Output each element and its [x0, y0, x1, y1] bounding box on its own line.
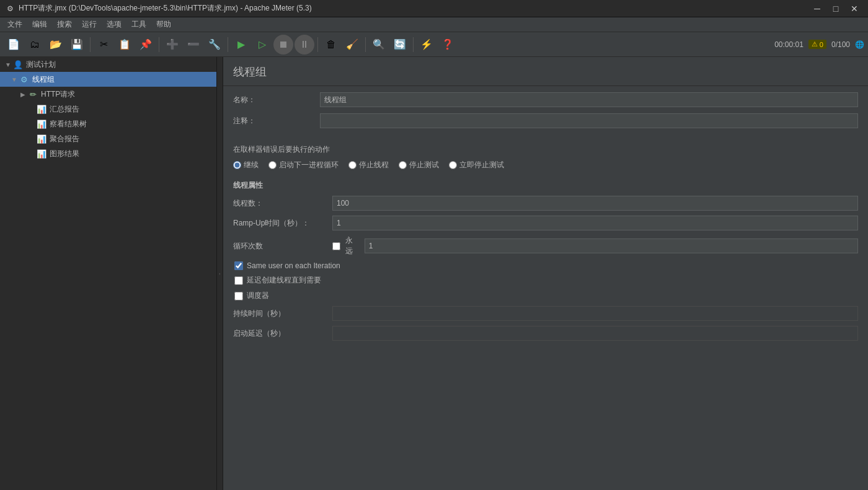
thread-count-input[interactable]: [332, 196, 858, 211]
cut-button[interactable]: ✂: [94, 35, 113, 55]
rampup-row: Ramp-Up时间（秒）：: [233, 216, 858, 230]
sidebar-item-graph-results[interactable]: 📊 图形结果: [0, 146, 216, 161]
warn-icon: ⚠: [812, 40, 818, 48]
open-template-button[interactable]: 🗂: [25, 35, 45, 55]
new-button[interactable]: 📄: [4, 35, 24, 55]
delay-thread-checkbox[interactable]: [234, 276, 243, 285]
copy-button[interactable]: 📋: [115, 35, 135, 55]
radio-stop-test-now-label: 立即停止测试: [459, 160, 504, 170]
duration-label: 持续时间（秒）: [233, 308, 332, 319]
scheduler-checkbox[interactable]: [234, 292, 243, 300]
menu-options[interactable]: 选项: [102, 18, 126, 31]
collapse-button[interactable]: ➖: [184, 35, 203, 55]
label-thread-group: 线程组: [32, 74, 55, 85]
menu-file[interactable]: 文件: [2, 18, 27, 31]
startup-delay-row: 启动延迟（秒）: [233, 326, 858, 341]
save-button[interactable]: 💾: [67, 35, 87, 55]
main-layout: ▼ 👤 测试计划 ▼ ⚙ 线程组 ▶ ✏ HTTP请求 📊 汇总报告 📊 察看结…: [0, 57, 868, 490]
icon-test-plan: 👤: [12, 59, 24, 70]
clear-button[interactable]: 🗑: [321, 35, 341, 55]
radio-stop-test[interactable]: 停止测试: [399, 160, 439, 170]
menu-run[interactable]: 运行: [77, 18, 102, 31]
sidebar-resize-handle[interactable]: [214, 57, 216, 490]
browse-button[interactable]: 🔧: [205, 35, 224, 55]
label-graph-results: 图形结果: [50, 149, 79, 159]
startup-delay-input: [332, 326, 858, 341]
duration-input: [332, 306, 858, 321]
sidebar-item-view-results-tree[interactable]: 📊 察看结果树: [0, 116, 216, 131]
menu-help[interactable]: 帮助: [151, 18, 176, 31]
radio-stop-thread[interactable]: 停止线程: [348, 160, 389, 170]
label-http-request: HTTP请求: [41, 89, 75, 100]
help-button[interactable]: ❓: [438, 35, 458, 55]
radio-start-next-loop-input[interactable]: [268, 161, 277, 169]
expand-button[interactable]: ➕: [162, 35, 182, 55]
error-radio-group: 继续 启动下一进程循环 停止线程 停止测试 立即停止测试: [233, 160, 858, 170]
comment-input[interactable]: [320, 113, 858, 128]
warn-badge: ⚠ 0: [808, 40, 826, 49]
radio-start-next-loop[interactable]: 启动下一进程循环: [268, 160, 339, 170]
menu-tools[interactable]: 工具: [126, 18, 151, 31]
scheduler-label[interactable]: 调度器: [247, 291, 269, 301]
same-user-row: Same user on each Iteration: [233, 261, 858, 270]
toolbar-sep-6: [413, 37, 414, 52]
label-summary-report: 汇总报告: [50, 104, 79, 115]
same-user-label[interactable]: Same user on each Iteration: [247, 261, 340, 270]
paste-button[interactable]: 📌: [136, 35, 156, 55]
sidebar-item-aggregate-report[interactable]: 📊 聚合报告: [0, 131, 216, 146]
window-title: HTTP请求.jmx (D:\DevTools\apache-jmeter-5.…: [19, 3, 312, 14]
arrow-thread-group: ▼: [10, 75, 19, 84]
sidebar-item-http-request[interactable]: ▶ ✏ HTTP请求: [0, 87, 216, 102]
icon-thread-group: ⚙: [19, 74, 30, 85]
error-section: 在取样器错误后要执行的动作 继续 启动下一进程循环 停止线程 停止测试: [223, 141, 868, 177]
radio-start-next-loop-label: 启动下一进程循环: [279, 160, 339, 170]
title-bar-controls: ─ □ ✕: [808, 2, 863, 15]
name-input[interactable]: [320, 92, 858, 107]
start-no-pause-button[interactable]: ▷: [252, 35, 272, 55]
sidebar-item-thread-group[interactable]: ▼ ⚙ 线程组: [0, 72, 216, 87]
toolbar-sep-5: [365, 37, 366, 52]
minimize-button[interactable]: ─: [808, 2, 826, 15]
arrow-graph: [27, 149, 36, 158]
arrow-test-plan: ▼: [4, 60, 12, 69]
panel-divider[interactable]: ···: [217, 57, 223, 490]
sidebar-item-summary-report[interactable]: 📊 汇总报告: [0, 102, 216, 116]
radio-stop-thread-input[interactable]: [348, 161, 356, 169]
toolbar-right: 00:00:01 ⚠ 0 0/100 🌐: [774, 40, 864, 49]
thread-count-row: 线程数：: [233, 196, 858, 211]
function-helper-button[interactable]: ⚡: [417, 35, 436, 55]
thread-props-title: 线程属性: [233, 180, 858, 191]
timer-display: 00:00:01: [774, 40, 804, 49]
rampup-input[interactable]: [332, 216, 858, 230]
radio-stop-test-now-input[interactable]: [449, 161, 457, 169]
forever-checkbox[interactable]: [332, 242, 340, 250]
open-button[interactable]: 📂: [46, 35, 66, 55]
forever-label[interactable]: 永远: [345, 235, 360, 256]
title-bar-left: ⚙ HTTP请求.jmx (D:\DevTools\apache-jmeter-…: [5, 3, 312, 14]
clear-all-button[interactable]: 🧹: [342, 35, 362, 55]
icon-summary-report: 📊: [36, 103, 47, 115]
radio-stop-test-now[interactable]: 立即停止测试: [449, 160, 504, 170]
menu-search[interactable]: 搜索: [52, 18, 77, 31]
radio-continue[interactable]: 继续: [233, 160, 259, 170]
loop-row: 循环次数 永远: [233, 235, 858, 256]
shutdown-button[interactable]: ⏸: [294, 35, 314, 55]
start-button[interactable]: ▶: [231, 35, 251, 55]
stop-button[interactable]: ⏹: [273, 35, 293, 55]
radio-stop-test-input[interactable]: [399, 161, 407, 169]
close-button[interactable]: ✕: [846, 2, 863, 15]
name-section: 名称： 注释：: [223, 86, 868, 141]
app-icon: ⚙: [5, 4, 15, 14]
same-user-checkbox[interactable]: [234, 261, 243, 270]
radio-continue-input[interactable]: [233, 161, 241, 169]
arrow-summary-report: [27, 105, 36, 113]
loop-count-input[interactable]: [365, 238, 858, 253]
menu-edit[interactable]: 编辑: [27, 18, 52, 31]
loop-check-group: 永远: [332, 235, 360, 256]
radio-stop-test-label: 停止测试: [409, 160, 439, 170]
reset-button[interactable]: 🔄: [390, 35, 410, 55]
search-button[interactable]: 🔍: [369, 35, 389, 55]
delay-thread-label[interactable]: 延迟创建线程直到需要: [247, 275, 321, 286]
sidebar-item-test-plan[interactable]: ▼ 👤 测试计划: [0, 57, 216, 72]
maximize-button[interactable]: □: [827, 2, 844, 15]
